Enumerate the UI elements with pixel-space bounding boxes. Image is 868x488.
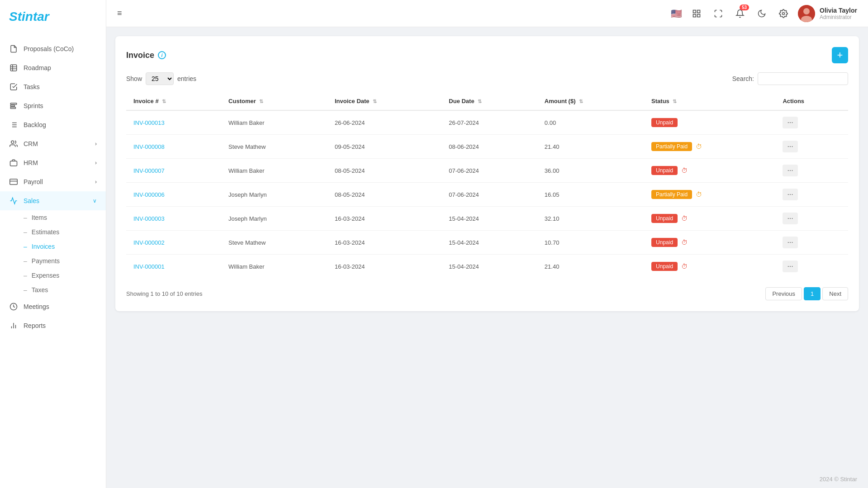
cell-status: Unpaid⏱ [644,207,775,231]
entries-select[interactable]: 25 10 50 100 [146,72,174,85]
col-amount[interactable]: Amount ($) ⇅ [537,92,644,110]
status-badge: Unpaid [651,118,678,127]
sidebar-item-payroll[interactable]: Payroll › [0,172,106,191]
sidebar-item-hrm-label: HRM [24,159,38,166]
actions-button[interactable]: ··· [783,117,797,128]
backlog-icon [9,120,18,129]
card-title: Invoice i [126,51,166,60]
cell-actions: ··· [775,231,848,255]
actions-button[interactable]: ··· [783,237,797,248]
settings-icon[interactable] [776,6,791,21]
cell-amount: 0.00 [537,110,644,135]
cell-status: Partially Paid⏱ [644,183,775,207]
sidebar-item-hrm[interactable]: HRM › [0,153,106,172]
sidebar-item-reports[interactable]: Reports [0,316,106,335]
sidebar-item-sprints[interactable]: Sprints [0,96,106,115]
logo: Stintar [0,0,106,36]
actions-button[interactable]: ··· [783,213,797,224]
actions-button[interactable]: ··· [783,141,797,152]
previous-button[interactable]: Previous [765,287,802,300]
cell-actions: ··· [775,159,848,183]
apps-icon[interactable] [689,6,704,21]
svg-text:Stintar: Stintar [9,9,50,24]
clock-icon: ⏱ [696,143,702,150]
user-details: Olivia Taylor Administrator [820,7,857,20]
search-input[interactable] [758,72,848,85]
invoice-link[interactable]: INV-000013 [133,119,165,126]
entries-label: entries [177,75,196,82]
sidebar-item-roadmap-label: Roadmap [24,64,51,71]
sidebar-item-crm[interactable]: CRM › [0,134,106,153]
clock-icon: ⏱ [681,167,688,174]
status-badge: Unpaid [651,166,678,175]
col-customer[interactable]: Customer ⇅ [221,92,327,110]
sidebar-subitem-items[interactable]: Items [0,210,106,225]
cell-inv-num: INV-000002 [126,231,221,255]
notification-icon[interactable]: 53 [733,6,747,21]
invoice-link[interactable]: INV-000002 [133,239,165,246]
sidebar-item-payroll-label: Payroll [24,178,43,185]
hamburger-menu[interactable]: ≡ [117,9,122,18]
sidebar-item-roadmap[interactable]: Roadmap [0,58,106,77]
status-badge: Unpaid [651,262,678,271]
cell-amount: 21.40 [537,135,644,159]
col-status[interactable]: Status ⇅ [644,92,775,110]
sidebar-item-tasks[interactable]: Tasks [0,77,106,96]
cell-customer: Steve Mathew [221,135,327,159]
flag-icon[interactable]: 🇺🇸 [671,8,682,19]
actions-button[interactable]: ··· [783,165,797,176]
sidebar-subitem-payments[interactable]: Payments [0,254,106,268]
table-row: INV-000007 William Baker 08-05-2024 07-0… [126,159,848,183]
sidebar-item-meetings[interactable]: Meetings [0,297,106,316]
sidebar-subitem-estimates[interactable]: Estimates [0,225,106,239]
fullscreen-icon[interactable] [711,6,726,21]
col-invoice-date[interactable]: Invoice Date ⇅ [327,92,441,110]
actions-button[interactable]: ··· [783,261,797,272]
avatar [798,5,815,22]
dark-mode-icon[interactable] [754,6,769,21]
info-icon[interactable]: i [158,51,166,59]
clock-icon: ⏱ [681,215,688,222]
header: ≡ 🇺🇸 53 [106,0,868,27]
cell-amount: 16.05 [537,183,644,207]
sidebar-item-sprints-label: Sprints [24,102,43,109]
page-1-button[interactable]: 1 [804,287,821,300]
invoice-link[interactable]: INV-000003 [133,215,165,222]
sidebar-nav: Proposals (CoCo) Roadmap Tasks Sprints B [0,36,106,488]
invoice-link[interactable]: INV-000001 [133,263,165,270]
page-controls: Previous 1 Next [765,287,848,300]
invoice-link[interactable]: INV-000007 [133,167,165,174]
crm-icon [9,139,18,148]
add-invoice-button[interactable]: + [832,47,848,63]
cell-inv-num: INV-000006 [126,183,221,207]
col-invoice-num[interactable]: Invoice # ⇅ [126,92,221,110]
sidebar-item-reports-label: Reports [24,322,46,329]
sidebar-subitem-invoices[interactable]: Invoices [0,239,106,254]
invoice-link[interactable]: INV-000006 [133,191,165,198]
cell-inv-num: INV-000008 [126,135,221,159]
cell-invoice-date: 08-05-2024 [327,183,441,207]
clock-icon: ⏱ [681,239,688,246]
cell-due-date: 07-06-2024 [441,183,537,207]
cell-due-date: 15-04-2024 [441,231,537,255]
invoice-link[interactable]: INV-000008 [133,143,165,150]
invoice-title: Invoice [126,51,154,60]
next-button[interactable]: Next [822,287,848,300]
chevron-right-icon-payroll: › [95,179,97,185]
sidebar-item-sales[interactable]: Sales ∨ [0,191,106,210]
sidebar-item-proposals[interactable]: Proposals (CoCo) [0,39,106,58]
col-due-date[interactable]: Due Date ⇅ [441,92,537,110]
svg-rect-23 [697,10,700,13]
cell-customer: Joseph Marlyn [221,207,327,231]
sidebar-item-backlog[interactable]: Backlog [0,115,106,134]
svg-point-26 [783,12,785,14]
actions-button[interactable]: ··· [783,189,797,200]
table-controls: Show 25 10 50 100 entries Search: [126,72,848,85]
sidebar-subitem-expenses[interactable]: Expenses [0,268,106,283]
footer-text: 2024 © Stintar [820,476,857,483]
status-badge: Partially Paid [651,190,692,199]
show-label: Show [126,75,142,82]
sidebar-subitem-taxes[interactable]: Taxes [0,283,106,297]
user-profile[interactable]: Olivia Taylor Administrator [798,5,857,22]
cell-customer: William Baker [221,255,327,279]
